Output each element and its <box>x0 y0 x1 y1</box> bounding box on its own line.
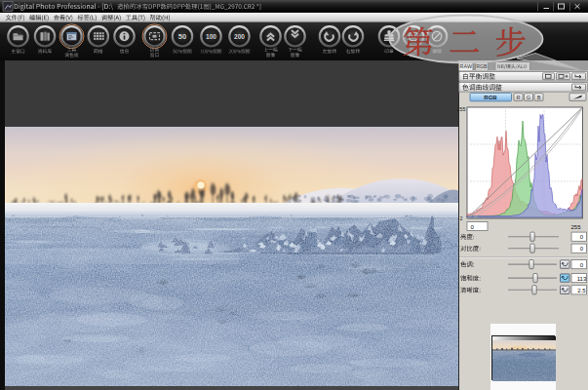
svg-text:255: 255 <box>457 106 466 112</box>
svg-text:113: 113 <box>577 276 587 282</box>
svg-text:2.5: 2.5 <box>577 288 586 293</box>
svg-text:50: 50 <box>178 32 186 41</box>
svg-text:255: 255 <box>571 224 582 230</box>
svg-text:R: R <box>516 95 520 100</box>
svg-text:B: B <box>537 95 541 100</box>
svg-text:G: G <box>527 95 530 100</box>
svg-text:200: 200 <box>234 33 245 40</box>
svg-text:RAW: RAW <box>460 63 473 69</box>
svg-text:100: 100 <box>206 33 216 40</box>
svg-text:2: 2 <box>460 215 463 221</box>
svg-text:RGB: RGB <box>476 63 488 69</box>
svg-text:RGB: RGB <box>484 95 497 100</box>
